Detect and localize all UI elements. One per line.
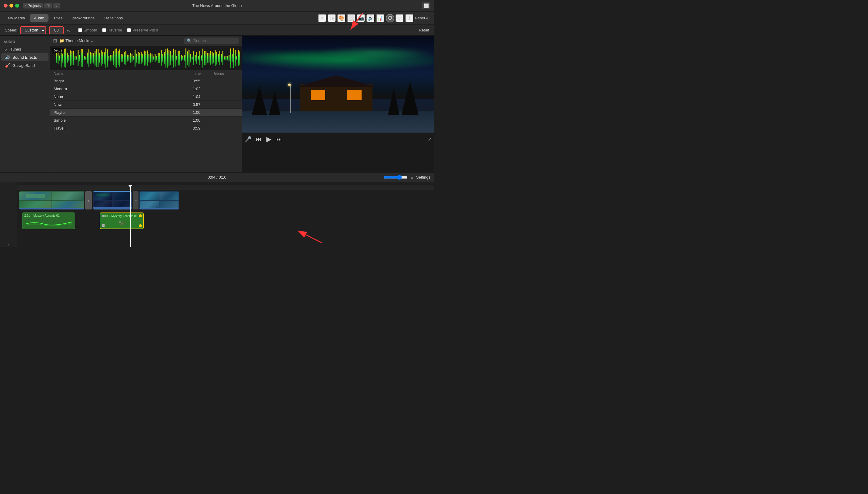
row-genre — [214, 87, 238, 91]
crop-icon[interactable]: ⬜ — [347, 14, 356, 22]
share-button[interactable]: ⬜ — [422, 2, 430, 9]
audio-icon[interactable]: 🔊 — [366, 14, 375, 22]
folder-selector[interactable]: 📁 Theme Music ⌄ — [59, 38, 94, 43]
svg-rect-36 — [111, 55, 112, 61]
speed-value-input[interactable] — [49, 26, 64, 34]
row-name: Modern — [54, 87, 193, 91]
transition-block[interactable]: ◆ — [85, 191, 92, 209]
speed-icon[interactable]: ⏱ — [386, 14, 394, 22]
svg-rect-38 — [114, 49, 115, 68]
reverse-checkbox[interactable] — [102, 28, 106, 32]
transition-block-2[interactable]: ◆ — [133, 191, 139, 209]
preserve-pitch-option[interactable]: Preserve Pitch — [127, 28, 158, 32]
table-header: Name Time Genre — [50, 70, 242, 77]
preserve-pitch-label: Preserve Pitch — [132, 28, 158, 32]
tab-backgrounds[interactable]: Backgrounds — [67, 14, 99, 22]
svg-rect-37 — [113, 51, 114, 65]
color-balance-icon[interactable]: ✦ — [318, 14, 326, 22]
reverse-option[interactable]: Reverse — [102, 28, 122, 32]
color-board-icon[interactable]: 🎨 — [337, 14, 346, 22]
grid-view-button[interactable]: ⊞ — [53, 38, 57, 43]
audio-clip-2[interactable]: 3.1s – Mystery Accents 01 🦦 — [100, 212, 144, 229]
layout-button[interactable]: ⊞ — [44, 3, 52, 8]
sidebar-item-itunes[interactable]: ♪ iTunes — [1, 45, 49, 53]
smooth-option[interactable]: Smooth — [78, 28, 97, 32]
svg-rect-108 — [222, 51, 223, 65]
expand-icon[interactable]: ⤢ — [428, 137, 432, 142]
video-clip-aurora[interactable] — [93, 191, 132, 209]
table-row[interactable]: Modern 1:02 — [50, 85, 242, 93]
rewind-button[interactable]: ⏮ — [256, 136, 261, 142]
col-time[interactable]: Time — [193, 72, 214, 76]
animal-icon: 🦦 — [118, 219, 125, 226]
sound-effects-label: Sound Effects — [13, 55, 37, 60]
media-header: ⊞ 📁 Theme Music ⌄ 🔍 — [50, 36, 242, 46]
video-clip-waterfall[interactable] — [140, 191, 179, 209]
titlebar: ‹ Projects ⊞ ↓ The News Around the Globe… — [0, 0, 434, 12]
svg-rect-11 — [73, 51, 74, 65]
microphone-icon[interactable]: 🎤 — [245, 136, 251, 142]
svg-rect-7 — [67, 53, 68, 63]
audio-clip-1[interactable]: 2.2s – Mystery Accents 01 — [22, 212, 75, 229]
video-overlay-icon[interactable]: 📷 — [357, 14, 365, 22]
minimize-button[interactable] — [10, 4, 13, 7]
col-genre[interactable]: Genre — [214, 72, 238, 76]
main-area: AUDIO ♪ iTunes 🔊 Sound Effects 🎸 GarageB… — [0, 36, 434, 172]
titlebar-nav: ‹ Projects ⊞ ↓ — [23, 3, 60, 8]
playhead[interactable] — [130, 187, 131, 247]
svg-rect-44 — [124, 52, 125, 64]
svg-rect-119 — [239, 52, 240, 65]
speed-reset-button[interactable]: Reset — [419, 28, 429, 32]
svg-rect-27 — [97, 49, 98, 67]
tab-audio[interactable]: Audio — [30, 14, 48, 22]
table-row[interactable]: Playful 1:00 — [50, 109, 242, 116]
transition-icon: ◆ — [87, 199, 90, 202]
video-clip-map[interactable] — [19, 191, 84, 209]
svg-rect-39 — [116, 49, 117, 68]
close-button[interactable] — [4, 4, 7, 7]
fullscreen-button[interactable] — [15, 4, 19, 7]
svg-rect-19 — [86, 57, 86, 60]
play-button[interactable]: ▶ — [266, 135, 272, 143]
table-row[interactable]: Travel 0:59 — [50, 125, 242, 132]
search-box[interactable]: 🔍 — [184, 38, 239, 44]
chevron-down-icon: ⌄ — [90, 38, 94, 43]
tab-my-media[interactable]: My Media — [4, 14, 29, 22]
tab-transitions[interactable]: Transitions — [100, 14, 127, 22]
col-name[interactable]: Name — [54, 72, 193, 76]
download-button[interactable]: ↓ — [53, 3, 60, 8]
sidebar-item-garageband[interactable]: 🎸 GarageBand — [1, 61, 49, 69]
face-detection-icon[interactable]: ☺ — [396, 14, 404, 22]
sidebar: AUDIO ♪ iTunes 🔊 Sound Effects 🎸 GarageB… — [0, 36, 50, 172]
table-row[interactable]: News 0:57 — [50, 101, 242, 109]
reset-all-button[interactable]: Reset All — [415, 16, 430, 20]
fast-forward-button[interactable]: ⏭ — [276, 136, 282, 142]
settings-button[interactable]: Settings — [416, 175, 430, 179]
zoom-slider[interactable] — [383, 175, 408, 180]
table-row[interactable]: Simple 1:00 — [50, 116, 242, 125]
projects-button[interactable]: ‹ Projects — [23, 3, 43, 8]
info-icon[interactable]: ℹ — [405, 14, 414, 22]
search-input[interactable] — [193, 38, 236, 43]
video-stabilization-icon[interactable]: 📊 — [376, 14, 385, 22]
speed-mode-select[interactable]: Custom Slow Fast — [20, 26, 46, 34]
table-row[interactable]: Bright 0:55 — [50, 77, 242, 85]
row-genre — [214, 126, 238, 131]
table-row[interactable]: Neon 1:04 — [50, 93, 242, 101]
preserve-pitch-checkbox[interactable] — [127, 28, 131, 32]
svg-rect-51 — [134, 50, 135, 67]
itunes-label: iTunes — [10, 47, 21, 52]
svg-rect-67 — [159, 53, 160, 63]
tab-titles[interactable]: Titles — [49, 14, 67, 22]
svg-rect-112 — [229, 55, 230, 61]
svg-rect-71 — [165, 49, 166, 68]
speed-dot-2 — [139, 224, 142, 227]
smooth-checkbox[interactable] — [78, 28, 82, 32]
svg-rect-77 — [175, 50, 176, 66]
color-correction-icon[interactable]: ◑ — [328, 14, 336, 22]
svg-rect-100 — [210, 51, 211, 65]
transition-icon-2: ◆ — [135, 199, 137, 202]
svg-rect-87 — [190, 54, 191, 63]
svg-rect-48 — [130, 53, 131, 63]
sidebar-item-sound-effects[interactable]: 🔊 Sound Effects — [1, 53, 49, 61]
